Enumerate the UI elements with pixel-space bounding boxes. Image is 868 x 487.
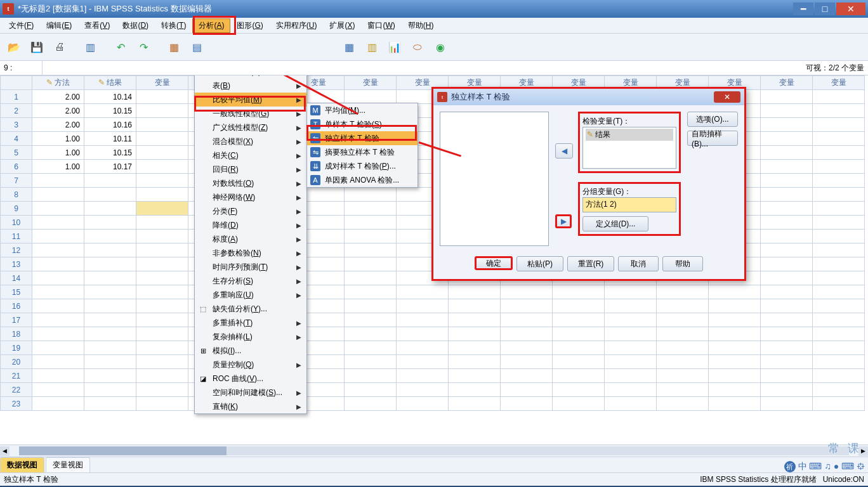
- cell[interactable]: 1.00: [32, 160, 84, 174]
- cell[interactable]: [761, 257, 813, 271]
- ime-icon[interactable]: 中 ⌨ ♫ ● ⌨ ⯐: [798, 461, 865, 472]
- menu-图形[interactable]: 图形(G): [230, 18, 269, 33]
- cell[interactable]: [136, 397, 188, 411]
- cell[interactable]: [709, 397, 761, 411]
- cell[interactable]: [813, 383, 865, 397]
- cancel-button[interactable]: 取消: [618, 256, 659, 271]
- cell[interactable]: 10.15: [84, 146, 136, 160]
- cell[interactable]: [709, 313, 761, 327]
- cell[interactable]: [136, 174, 188, 188]
- cell[interactable]: [501, 313, 553, 327]
- cell[interactable]: [553, 299, 605, 313]
- menu-帮助[interactable]: 帮助(H): [402, 18, 440, 33]
- independent-t-test-dialog[interactable]: t 独立样本 T 检验 ✕ ◀ ▶ 检验变量(T)： ✎结果: [431, 87, 746, 281]
- cell[interactable]: [553, 383, 605, 397]
- cell[interactable]: [345, 244, 397, 257]
- cell[interactable]: [345, 299, 397, 313]
- scroll-thumb[interactable]: [19, 446, 227, 455]
- cell[interactable]: [84, 369, 136, 383]
- reset-button[interactable]: 重置(R): [567, 256, 614, 271]
- cell[interactable]: [605, 327, 657, 341]
- analyze-直销[interactable]: 直销(K)▶: [195, 399, 306, 413]
- cell[interactable]: [449, 327, 501, 341]
- row-header[interactable]: 16: [1, 299, 32, 313]
- cell[interactable]: [345, 341, 397, 355]
- cell[interactable]: [32, 271, 84, 285]
- cell[interactable]: [345, 271, 397, 285]
- cell[interactable]: [813, 341, 865, 355]
- cell[interactable]: [136, 271, 188, 285]
- test-variable-box[interactable]: ✎结果: [582, 127, 676, 169]
- cell[interactable]: [32, 202, 84, 216]
- cell[interactable]: [553, 397, 605, 411]
- cell[interactable]: [136, 104, 188, 118]
- maximize-button[interactable]: □: [815, 3, 835, 15]
- menu-数据[interactable]: 数据(D): [116, 18, 155, 33]
- compare-平均值(M)[interactable]: M平均值(M)...: [307, 103, 418, 117]
- analyze-模拟[interactable]: ⊞模拟(I)...: [195, 344, 306, 358]
- analyze-非参数检验[interactable]: 非参数检验(N)▶: [195, 246, 306, 260]
- analyze-标度[interactable]: 标度(A)▶: [195, 232, 306, 246]
- cell[interactable]: [813, 160, 865, 174]
- cell[interactable]: [761, 230, 813, 244]
- undo-icon[interactable]: ↶: [110, 37, 131, 57]
- cell[interactable]: [761, 355, 813, 369]
- cell[interactable]: [136, 355, 188, 369]
- cell[interactable]: [32, 355, 84, 369]
- cell[interactable]: [761, 132, 813, 146]
- cell[interactable]: [84, 285, 136, 299]
- close-button[interactable]: ✕: [836, 3, 865, 15]
- cell[interactable]: [449, 355, 501, 369]
- cell[interactable]: [449, 313, 501, 327]
- analyze-一般线性模型[interactable]: 一般线性模型(G)▶: [195, 107, 306, 120]
- cell[interactable]: [345, 188, 397, 202]
- cell[interactable]: [761, 104, 813, 118]
- overlap-icon[interactable]: ⬭: [407, 37, 428, 57]
- cell[interactable]: [657, 313, 709, 327]
- cell[interactable]: [84, 244, 136, 257]
- cell[interactable]: [605, 397, 657, 411]
- row-header[interactable]: 19: [1, 341, 32, 355]
- cell[interactable]: [449, 397, 501, 411]
- compare-单样本 T 检验(S)[interactable]: T单样本 T 检验(S)...: [307, 117, 418, 131]
- cell[interactable]: [84, 202, 136, 216]
- row-header[interactable]: 8: [1, 188, 32, 202]
- menu-实用程序[interactable]: 实用程序(U): [270, 18, 324, 33]
- cell[interactable]: [136, 341, 188, 355]
- cell[interactable]: [813, 132, 865, 146]
- column-header[interactable]: 变量: [813, 76, 865, 90]
- cell[interactable]: [136, 383, 188, 397]
- column-header[interactable]: ✎结果: [84, 76, 136, 90]
- cell[interactable]: [657, 369, 709, 383]
- cell[interactable]: [761, 202, 813, 216]
- cell[interactable]: [709, 285, 761, 299]
- cell[interactable]: [136, 90, 188, 104]
- cell[interactable]: [501, 285, 553, 299]
- cell[interactable]: [709, 383, 761, 397]
- define-groups-button[interactable]: 定义组(D)...: [582, 216, 648, 231]
- cell[interactable]: [449, 341, 501, 355]
- compare-means-submenu[interactable]: M平均值(M)...T单样本 T 检验(S)...⇋独立样本 T 检验...⇋摘…: [306, 103, 418, 188]
- analyze-dropdown[interactable]: 报告(P)▶描述统计(E)▶贝叶斯统计(B)▶表(B)▶比较平均值(M)▶一般线…: [194, 75, 307, 414]
- cell[interactable]: [657, 341, 709, 355]
- column-header[interactable]: 变量: [345, 76, 397, 90]
- cell[interactable]: [136, 160, 188, 174]
- cell[interactable]: [813, 90, 865, 104]
- analyze-混合模型[interactable]: 混合模型(X)▶: [195, 134, 306, 148]
- cell[interactable]: 10.14: [84, 90, 136, 104]
- cell[interactable]: [553, 355, 605, 369]
- cell[interactable]: [553, 285, 605, 299]
- row-header[interactable]: 2: [1, 104, 32, 118]
- column-header[interactable]: 变量: [761, 76, 813, 90]
- cell[interactable]: [553, 327, 605, 341]
- cell[interactable]: [813, 285, 865, 299]
- row-header[interactable]: 21: [1, 369, 32, 383]
- cell[interactable]: 2.00: [32, 104, 84, 118]
- column-header[interactable]: ✎方法: [32, 76, 84, 90]
- analyze-复杂抽样[interactable]: 复杂抽样(L)▶: [195, 330, 306, 344]
- cell[interactable]: [813, 146, 865, 160]
- cell[interactable]: [761, 383, 813, 397]
- save-icon[interactable]: 💾: [27, 37, 47, 57]
- tab-data-view[interactable]: 数据视图: [0, 457, 44, 472]
- cell[interactable]: [813, 355, 865, 369]
